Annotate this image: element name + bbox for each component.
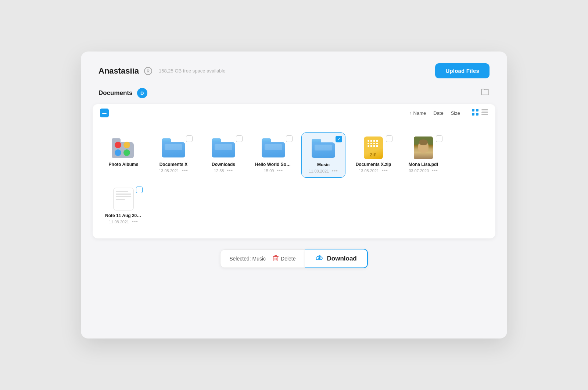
file-meta-row: 11.08.2021 •••: [309, 168, 338, 174]
file-name: Music: [317, 162, 330, 167]
file-date: 11.08.2021: [109, 220, 129, 224]
folder-open-icon[interactable]: [481, 88, 490, 98]
breadcrumb-row: Documents D: [81, 86, 507, 104]
username: Anastasiia: [98, 66, 139, 76]
file-options-icon[interactable]: •••: [132, 219, 138, 224]
file-name: Documents X: [159, 162, 188, 167]
folder-blue-icon: [261, 137, 286, 159]
file-meta-row: 13.08.2021 •••: [159, 168, 188, 173]
file-item-documents-x[interactable]: Documents X 13.08.2021 •••: [151, 132, 196, 178]
file-name: Downloads: [212, 162, 235, 167]
file-date: 13.08.2021: [359, 169, 379, 173]
file-meta-row: 15:09 •••: [264, 168, 283, 173]
file-checkbox[interactable]: [386, 135, 392, 142]
file-item-music[interactable]: ✓ Music 11.08.2021 •••: [301, 132, 345, 178]
bottom-bar: Selected: Music Delete: [81, 238, 507, 281]
file-item-hello-world[interactable]: Hello World Sour... 15:09 •••: [251, 132, 295, 178]
file-meta-row: 03.07.2020 •••: [409, 168, 438, 173]
file-checkbox-checked[interactable]: ✓: [336, 136, 342, 142]
registered-icon: R: [144, 67, 152, 75]
file-date: 12:38: [214, 169, 224, 173]
sort-date-label[interactable]: Date: [433, 110, 443, 116]
file-meta-row: 13.08.2021 •••: [359, 168, 388, 173]
file-name: Photo Albums: [109, 162, 139, 167]
file-checkbox[interactable]: [236, 135, 243, 142]
file-date: 15:09: [264, 169, 274, 173]
header: Anastasiia R 158,25 GB free space availa…: [81, 52, 507, 86]
toolbar-row: ↑ Name Date Size: [93, 104, 495, 122]
svg-rect-5: [481, 109, 488, 110]
file-checkbox[interactable]: [436, 135, 442, 142]
breadcrumb-left: Documents D: [98, 88, 147, 98]
sort-name-label[interactable]: Name: [413, 110, 426, 116]
file-options-icon[interactable]: •••: [182, 168, 188, 173]
svg-rect-6: [481, 111, 488, 113]
file-options-icon[interactable]: •••: [277, 168, 283, 173]
photo-albums-icon: [111, 137, 136, 159]
zip-file-icon: ZIP: [361, 137, 386, 159]
file-date: 11.08.2021: [309, 169, 329, 173]
file-item-photo-albums[interactable]: Photo Albums: [101, 132, 146, 178]
breadcrumb-icon: D: [137, 88, 147, 98]
grid-view-icon[interactable]: [472, 109, 478, 117]
sort-by-size[interactable]: Size: [451, 110, 460, 116]
folder-blue-icon: [211, 137, 236, 159]
file-name: Hello World Sour...: [255, 162, 292, 167]
file-date: 13.08.2021: [159, 169, 179, 173]
file-meta-row: 11.08.2021 •••: [109, 219, 138, 224]
file-item-downloads[interactable]: Downloads 12:38 •••: [201, 132, 245, 178]
file-options-icon[interactable]: •••: [382, 168, 388, 173]
svg-rect-3: [472, 113, 474, 116]
list-view-icon[interactable]: [481, 109, 488, 117]
header-left: Anastasiia R 158,25 GB free space availa…: [98, 66, 225, 76]
file-checkbox[interactable]: [186, 135, 193, 142]
svg-rect-2: [476, 109, 478, 111]
download-label: Download: [327, 255, 357, 262]
note-file-icon: [111, 188, 136, 210]
view-icons: [472, 109, 488, 117]
file-checkbox[interactable]: [136, 187, 143, 193]
svg-rect-9: [275, 255, 277, 256]
file-options-icon[interactable]: •••: [227, 168, 233, 173]
sort-by-date[interactable]: Date: [433, 110, 443, 116]
file-item-note[interactable]: Note 11 Aug 202... 11.08.2021 •••: [101, 184, 146, 228]
delete-button[interactable]: Delete: [273, 255, 295, 262]
file-item-mona-lisa[interactable]: Mona Lisa.pdf 03.07.2020 •••: [401, 132, 445, 178]
delete-icon: [273, 255, 279, 262]
file-options-icon[interactable]: •••: [332, 168, 338, 174]
file-name: Documents X.zip: [356, 162, 391, 167]
svg-rect-1: [472, 109, 474, 111]
svg-rect-7: [481, 114, 488, 115]
download-cloud-icon: [315, 254, 323, 263]
file-name: Note 11 Aug 202...: [105, 213, 142, 218]
sort-by-name[interactable]: ↑ Name: [409, 110, 426, 116]
selection-info-pill: Selected: Music Delete: [220, 249, 305, 268]
breadcrumb-label: Documents: [98, 89, 133, 97]
pdf-file-icon: [411, 137, 436, 159]
sort-options: ↑ Name Date Size: [409, 110, 460, 116]
file-item-documents-zip[interactable]: ZIP Documents X.zip 13.08.2021 •••: [351, 132, 395, 178]
download-button[interactable]: Download: [305, 249, 368, 268]
file-name: Mona Lisa.pdf: [409, 162, 438, 167]
file-checkbox[interactable]: [286, 135, 293, 142]
sort-size-label[interactable]: Size: [451, 110, 460, 116]
folder-blue-icon: [311, 137, 336, 159]
main-card: Anastasiia R 158,25 GB free space availa…: [81, 52, 507, 338]
files-grid: Photo Albums Documents X 13.08.2021 •: [93, 122, 495, 238]
file-date: 03.07.2020: [409, 169, 429, 173]
delete-label[interactable]: Delete: [281, 256, 295, 262]
select-all-button[interactable]: [100, 109, 109, 117]
sort-arrow-icon: ↑: [409, 111, 412, 115]
folder-blue-icon: [161, 137, 186, 159]
upload-files-button[interactable]: Upload Files: [435, 63, 490, 78]
svg-rect-0: [102, 113, 107, 114]
selected-label: Selected: Music: [229, 256, 266, 262]
file-meta-row: 12:38 •••: [214, 168, 233, 173]
file-options-icon[interactable]: •••: [432, 168, 438, 173]
free-space-label: 158,25 GB free space available: [159, 68, 225, 74]
svg-rect-4: [476, 113, 478, 116]
file-browser: ↑ Name Date Size: [93, 104, 495, 238]
